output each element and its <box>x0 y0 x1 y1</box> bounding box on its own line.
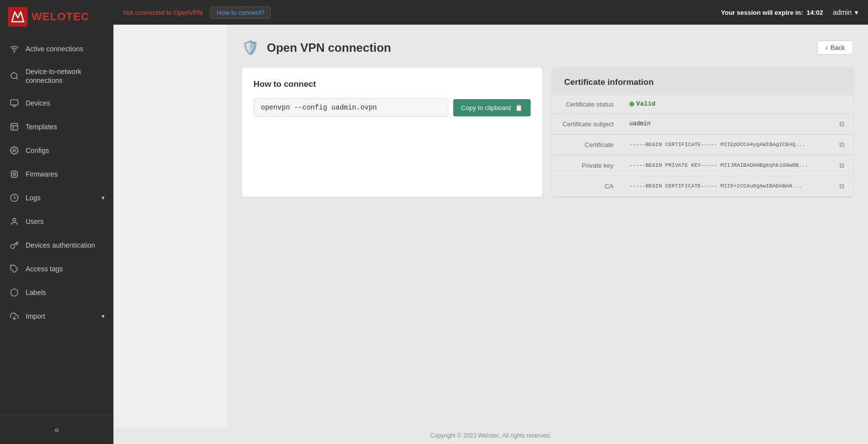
device-icon <box>9 98 20 109</box>
cert-label: CA <box>552 176 621 196</box>
sidebar-item-users[interactable]: Users <box>0 210 113 233</box>
svg-rect-13 <box>13 173 16 176</box>
session-label: Your session will expire in: <box>721 9 803 16</box>
svg-point-11 <box>13 149 16 152</box>
how-to-connect-link[interactable]: How to connect? <box>210 6 271 19</box>
svg-line-4 <box>16 78 17 79</box>
sidebar-logo: welotec <box>0 0 113 34</box>
import-icon <box>9 311 20 322</box>
command-input[interactable] <box>253 98 448 117</box>
sidebar-item-active-connections[interactable]: Active connections <box>0 37 113 61</box>
sidebar-item-firmwares[interactable]: Firmwares <box>0 162 113 186</box>
cert-copy-cell: ⧉ <box>831 176 853 196</box>
sidebar-item-devices-authentication[interactable]: Devices authentication <box>0 233 113 257</box>
cert-value: -----BEGIN CERTIFICATE----- MIID+zCCAu0g… <box>621 176 831 196</box>
cert-value: uadmin <box>621 113 831 134</box>
cert-label: Certificate <box>552 134 621 155</box>
back-button[interactable]: ‹ Back <box>817 40 853 55</box>
status-badge: Valid <box>629 100 655 108</box>
wifi-icon <box>9 43 20 54</box>
svg-point-2 <box>14 51 15 52</box>
cert-copy-cell: ⧉ <box>831 113 853 134</box>
sidebar-item-logs[interactable]: Logs ▾ <box>0 186 113 210</box>
sidebar-item-labels[interactable]: Labels <box>0 281 113 304</box>
sidebar-nav: Active connections Device-to-networkconn… <box>0 34 113 415</box>
sidebar-item-devices[interactable]: Devices <box>0 91 113 115</box>
table-row: Certificate -----BEGIN CERTIFICATE----- … <box>552 134 853 155</box>
sidebar-item-label: Users <box>26 217 105 226</box>
chevron-left-icon: ‹ <box>826 44 828 51</box>
cert-value: Valid <box>621 95 831 113</box>
how-to-connect-title: How to connect <box>253 79 531 89</box>
sidebar-item-device-to-network[interactable]: Device-to-networkconnections <box>0 61 113 91</box>
sidebar-item-access-tags[interactable]: Access tags <box>0 257 113 281</box>
valid-label: Valid <box>636 100 655 108</box>
admin-label: admin <box>833 8 852 16</box>
cert-copy-cell: ⧉ <box>831 134 853 155</box>
certificate-table-body: Certificate status Valid Certificate sub… <box>552 95 853 196</box>
footer-copyright: Copyright © 2023 Welotec. All rights res… <box>430 432 551 439</box>
copy-value-button[interactable]: ⧉ <box>838 119 845 129</box>
sidebar-item-label: Labels <box>26 288 105 297</box>
tag-icon <box>9 263 20 274</box>
key-icon <box>9 240 20 251</box>
gear-icon <box>9 145 20 156</box>
sidebar-item-label: Configs <box>26 146 105 155</box>
table-row: Certificate status Valid <box>552 95 853 113</box>
sidebar-item-configs[interactable]: Configs <box>0 139 113 162</box>
svg-point-3 <box>11 73 17 78</box>
welotec-logo-icon <box>8 7 28 27</box>
chevron-down-icon: ▾ <box>102 313 105 320</box>
sidebar-item-import[interactable]: Import ▾ <box>0 304 113 328</box>
copy-to-clipboard-button[interactable]: Copy to clipboard 📋 <box>453 99 531 116</box>
app-logo-text: welotec <box>32 10 89 23</box>
sidebar-item-label: Devices <box>26 99 105 108</box>
certificate-panel: Certificate information Certificate stat… <box>552 68 853 197</box>
label-icon <box>9 287 20 298</box>
content-grid: How to connect Copy to clipboard 📋 Certi… <box>242 68 853 197</box>
svg-rect-5 <box>11 100 18 106</box>
main-content: 🛡️ Open VPN connection ‹ Back How to con… <box>227 25 868 444</box>
sidebar-item-label: Access tags <box>26 264 105 273</box>
back-label: Back <box>831 44 845 51</box>
svg-point-23 <box>13 219 16 222</box>
how-to-connect-panel: How to connect Copy to clipboard 📋 <box>242 68 542 197</box>
svg-rect-8 <box>11 124 18 131</box>
template-icon <box>9 121 20 132</box>
sidebar-item-templates[interactable]: Templates <box>0 115 113 139</box>
firmware-icon <box>9 169 20 180</box>
copy-value-button[interactable]: ⧉ <box>838 160 845 171</box>
cert-value: -----BEGIN PRIVATE KEY----- MIIJRAIBADAN… <box>621 155 831 176</box>
user-icon <box>9 216 20 227</box>
cert-label: Private key <box>552 155 621 176</box>
cert-copy-cell <box>831 95 853 113</box>
valid-dot-icon <box>629 102 634 107</box>
logs-icon <box>9 192 20 203</box>
cert-label: Certificate subject <box>552 113 621 134</box>
svg-rect-12 <box>11 171 17 177</box>
table-row: Certificate subject uadmin ⧉ <box>552 113 853 134</box>
command-row: Copy to clipboard 📋 <box>253 98 531 117</box>
sidebar-item-label: Active connections <box>26 44 105 53</box>
chevron-down-icon: ▾ <box>102 194 105 201</box>
topbar-right: Your session will expire in: 14:02 admin… <box>721 8 858 16</box>
admin-menu[interactable]: admin ▾ <box>833 8 858 16</box>
clipboard-icon: 📋 <box>515 104 523 111</box>
cert-copy-cell: ⧉ <box>831 155 853 176</box>
connection-status: Not connected to OpenVPN <box>123 9 202 16</box>
sidebar-item-label: Templates <box>26 122 105 131</box>
certificate-table: Certificate status Valid Certificate sub… <box>552 95 853 197</box>
sidebar: welotec Active connections Device-to-net… <box>0 0 113 444</box>
collapse-sidebar-button[interactable]: « <box>49 423 64 437</box>
copy-value-button[interactable]: ⧉ <box>838 140 845 150</box>
cert-label: Certificate status <box>552 95 621 113</box>
sidebar-item-label: Firmwares <box>26 170 105 179</box>
sidebar-item-label: Logs <box>26 193 96 202</box>
page-header: 🛡️ Open VPN connection ‹ Back <box>242 39 853 56</box>
sidebar-item-label: Device-to-networkconnections <box>26 67 105 85</box>
copy-value-button[interactable]: ⧉ <box>838 181 845 191</box>
table-row: Private key -----BEGIN PRIVATE KEY----- … <box>552 155 853 176</box>
topbar: Not connected to OpenVPN How to connect?… <box>113 0 868 25</box>
vpn-shield-icon: 🛡️ <box>242 39 259 56</box>
page-title: Open VPN connection <box>267 41 391 55</box>
